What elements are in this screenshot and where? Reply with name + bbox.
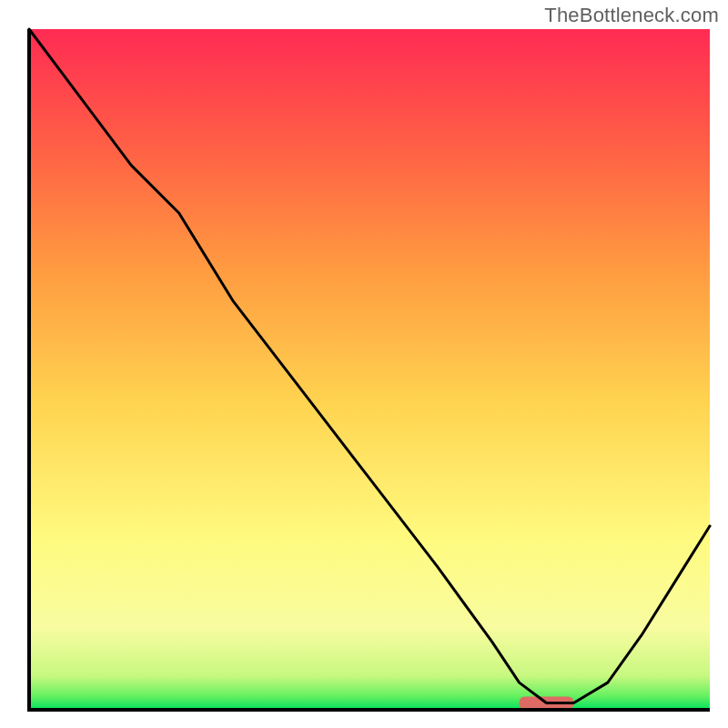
bottleneck-chart bbox=[0, 0, 728, 728]
chart-container: TheBottleneck.com bbox=[0, 0, 728, 728]
plot-background bbox=[29, 29, 710, 710]
